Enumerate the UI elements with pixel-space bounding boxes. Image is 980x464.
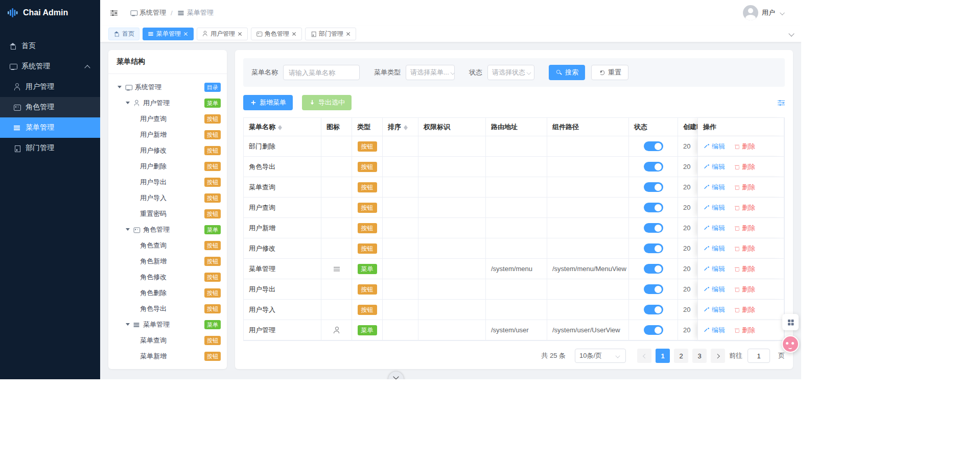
column-header[interactable]: 排序 (383, 118, 418, 136)
delete-link[interactable]: 删除 (733, 264, 755, 274)
sort-icon[interactable] (278, 123, 283, 131)
status-toggle[interactable] (644, 305, 663, 314)
sidebar-item-departments[interactable]: 部门管理 (0, 138, 100, 158)
tree-node[interactable]: 角色查询 按钮 (114, 237, 221, 253)
page-number-button[interactable]: 3 (692, 349, 707, 363)
add-menu-button[interactable]: 新增菜单 (243, 95, 293, 110)
column-header[interactable]: 菜单名称 (244, 118, 321, 136)
column-header[interactable]: 路由地址 (486, 118, 547, 136)
column-header[interactable]: 状态 (629, 118, 678, 136)
page-number-button[interactable]: 2 (674, 349, 688, 363)
edit-link[interactable]: 编辑 (703, 305, 725, 314)
delete-link[interactable]: 删除 (733, 183, 755, 192)
close-icon[interactable] (346, 31, 351, 36)
user-menu[interactable]: 用户 (743, 5, 786, 20)
delete-link[interactable]: 删除 (733, 224, 755, 233)
status-toggle[interactable] (644, 203, 663, 212)
delete-link[interactable]: 删除 (733, 142, 755, 151)
assistant-avatar-button[interactable] (782, 335, 799, 353)
sidebar-collapse-button[interactable] (110, 9, 118, 16)
tree-node[interactable]: 菜单查询 按钮 (114, 332, 221, 348)
search-button[interactable]: 搜索 (549, 65, 585, 80)
delete-link[interactable]: 删除 (733, 244, 755, 253)
next-page-button[interactable] (711, 349, 725, 363)
status-toggle[interactable] (644, 162, 663, 172)
delete-link[interactable]: 删除 (733, 326, 755, 335)
column-header[interactable]: 权限标识 (418, 118, 486, 136)
goto-page-input[interactable] (748, 349, 770, 363)
prev-page-button[interactable] (637, 349, 651, 363)
status-toggle[interactable] (644, 264, 663, 274)
caret-down-icon[interactable] (126, 102, 130, 106)
tree-node[interactable]: 系统管理 目录 (114, 79, 221, 95)
tab[interactable]: 用户管理 (197, 28, 248, 40)
status-select[interactable]: 请选择状态 (487, 65, 534, 80)
breadcrumb-item-system[interactable]: 系统管理 (130, 8, 166, 17)
close-icon[interactable] (238, 31, 243, 36)
tab[interactable]: 部门管理 (305, 28, 356, 40)
caret-down-icon[interactable] (118, 86, 122, 90)
delete-link[interactable]: 删除 (733, 203, 755, 212)
edit-link[interactable]: 编辑 (703, 203, 725, 212)
column-settings-icon[interactable] (778, 99, 785, 106)
reset-button[interactable]: 重置 (591, 65, 628, 80)
export-selected-button[interactable]: 导出选中 (302, 95, 352, 110)
menu-type-select[interactable]: 请选择菜单... (406, 65, 455, 80)
tree-node[interactable]: 用户查询 按钮 (114, 111, 221, 127)
caret-down-icon[interactable] (126, 228, 130, 233)
tree-node[interactable]: 菜单管理 菜单 (114, 316, 221, 332)
edit-link[interactable]: 编辑 (703, 224, 725, 233)
tree-node[interactable]: 角色管理 菜单 (114, 222, 221, 237)
menu-name-input[interactable] (283, 65, 360, 80)
delete-link[interactable]: 删除 (733, 162, 755, 172)
status-toggle[interactable] (644, 223, 663, 233)
sidebar-item-home[interactable]: 首页 (0, 36, 100, 56)
tree-node[interactable]: 角色修改 按钮 (114, 269, 221, 285)
tab[interactable]: 菜单管理 (143, 28, 194, 40)
edit-link[interactable]: 编辑 (703, 142, 725, 151)
tree-node[interactable]: 角色新增 按钮 (114, 253, 221, 269)
column-header[interactable]: 组件路径 (547, 118, 629, 136)
page-size-select[interactable]: 10条/页 (575, 349, 626, 363)
quick-panel-button[interactable] (782, 314, 799, 330)
sort-icon[interactable] (404, 123, 408, 131)
tree-node[interactable]: 重置密码 按钮 (114, 206, 221, 222)
tree-node[interactable]: 用户管理 菜单 (114, 95, 221, 111)
edit-link[interactable]: 编辑 (703, 183, 725, 192)
tree-node[interactable]: 菜单新增 按钮 (114, 348, 221, 364)
caret-down-icon[interactable] (126, 323, 130, 328)
status-toggle[interactable] (644, 325, 663, 335)
column-header[interactable]: 图标 (321, 118, 352, 136)
tabs-overflow-chevron-icon[interactable] (788, 30, 795, 37)
tree-node[interactable]: 用户导出 按钮 (114, 174, 221, 190)
tree-node[interactable]: 用户新增 按钮 (114, 127, 221, 142)
sidebar-item-users[interactable]: 用户管理 (0, 77, 100, 97)
tab[interactable]: 角色管理 (251, 28, 302, 40)
status-toggle[interactable] (644, 141, 663, 151)
tree-node[interactable]: 用户删除 按钮 (114, 158, 221, 174)
status-toggle[interactable] (644, 243, 663, 253)
close-icon[interactable] (183, 31, 189, 36)
edit-link[interactable]: 编辑 (703, 285, 725, 294)
sidebar-item-roles[interactable]: 角色管理 (0, 97, 100, 117)
tree-node[interactable]: 用户导入 按钮 (114, 190, 221, 206)
page-number-button[interactable]: 1 (656, 349, 670, 363)
edit-link[interactable]: 编辑 (703, 244, 725, 253)
status-toggle[interactable] (644, 284, 663, 294)
delete-link[interactable]: 删除 (733, 305, 755, 314)
sidebar-group-system[interactable]: 系统管理 (0, 56, 100, 77)
edit-link[interactable]: 编辑 (703, 326, 725, 335)
close-icon[interactable] (292, 31, 297, 36)
tree-node[interactable]: 角色导出 按钮 (114, 301, 221, 316)
tree-node[interactable]: 用户修改 按钮 (114, 142, 221, 158)
column-header[interactable]: 创建时间 (678, 118, 697, 136)
edit-link[interactable]: 编辑 (703, 162, 725, 172)
tab[interactable]: 首页 (108, 28, 139, 40)
cell-menu-name: 菜单查询 (244, 177, 321, 198)
sidebar-item-menus[interactable]: 菜单管理 (0, 117, 100, 138)
edit-link[interactable]: 编辑 (703, 264, 725, 274)
delete-link[interactable]: 删除 (733, 285, 755, 294)
tree-node[interactable]: 角色删除 按钮 (114, 285, 221, 301)
column-header[interactable]: 类型 (352, 118, 383, 136)
status-toggle[interactable] (644, 182, 663, 192)
